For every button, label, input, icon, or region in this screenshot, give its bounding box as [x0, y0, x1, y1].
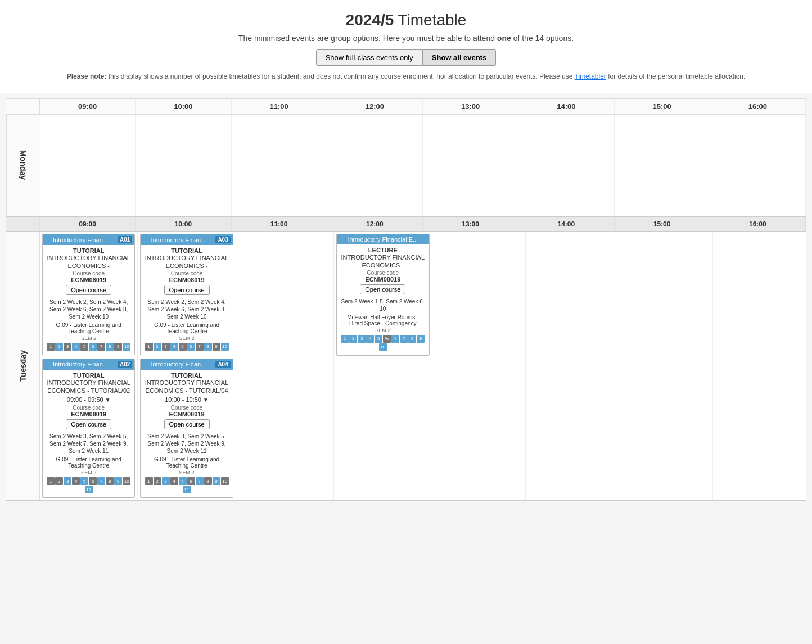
time-header-14: 14:00	[518, 99, 614, 114]
week-blocks-A03: 1 2 3 4 5 6 7 8 9 10	[144, 343, 229, 351]
tuesday-row: Tuesday Introductory Finan... A01 TUTORI…	[6, 232, 806, 501]
event-card-A03[interactable]: Introductory Finan... A03 TUTORIAL INTRO…	[140, 234, 233, 355]
week-blocks-A04: 1 2 3 4 5 6 7 8 9 10 11	[144, 477, 229, 493]
monday-slot-12	[327, 115, 423, 216]
event-code-A04: ECNM08019	[144, 411, 229, 418]
monday-label: Monday	[6, 115, 40, 216]
event-title-A04: Introductory Finan...	[143, 361, 214, 368]
open-course-btn-lecture[interactable]: Open course	[360, 284, 405, 294]
event-header-lecture: Introductory Financial E...	[337, 234, 428, 244]
note: Please note: this display shows a number…	[6, 71, 806, 87]
wb2-9: 9	[114, 477, 122, 485]
event-card-lecture[interactable]: Introductory Financial E... LECTURE INTR…	[336, 234, 429, 356]
wb2-1: 1	[47, 477, 55, 485]
monday-slot-16	[710, 115, 806, 216]
tuesday-slot-12: Introductory Financial E... LECTURE INTR…	[334, 232, 432, 500]
event-code-A02: ECNM08019	[46, 411, 131, 418]
code-label-lecture: Course code	[340, 270, 425, 276]
divider-15: 15:00	[615, 217, 710, 231]
event-header-A02: Introductory Finan... A02	[43, 359, 134, 370]
time-header-13: 13:00	[423, 99, 518, 114]
tuesday-text: Tuesday	[19, 350, 28, 382]
open-course-btn-A02[interactable]: Open course	[66, 419, 111, 429]
monday-slot-10	[136, 115, 231, 216]
event-location-A02: G.09 - Lister Learning and Teaching Cent…	[46, 456, 131, 469]
timetable-container: 09:00 10:00 11:00 12:00 13:00 14:00 15:0…	[0, 93, 812, 507]
wb4-8: 8	[204, 477, 212, 485]
event-type-A04: TUTORIAL	[144, 372, 229, 379]
event-weeks-A04: Sem 2 Week 3, Sem 2 Week 5, Sem 2 Week 7…	[144, 433, 229, 455]
timetabler-link[interactable]: Timetabler	[575, 72, 606, 80]
wb3-9: 9	[213, 343, 220, 351]
code-label-A01: Course code	[46, 270, 131, 276]
wb-5: 5	[80, 343, 88, 351]
event-card-A04[interactable]: Introductory Finan... A04 TUTORIAL INTRO…	[140, 359, 233, 498]
wb3-7: 7	[196, 343, 204, 351]
event-title-lecture: Introductory Financial E...	[339, 236, 426, 243]
timetable: 09:00 10:00 11:00 12:00 13:00 14:00 15:0…	[6, 98, 806, 501]
wbl-3: 3	[358, 335, 366, 343]
week-blocks-A02: 1 2 3 4 5 6 7 8 9 10 11	[46, 477, 131, 493]
wb4-6: 6	[187, 477, 195, 485]
event-course-A02: INTRODUCTORY FINANCIAL ECONOMICS - TUTOR…	[46, 379, 131, 395]
event-badge-A04: A04	[215, 361, 230, 368]
event-body-A02: TUTORIAL INTRODUCTORY FINANCIAL ECONOMIC…	[43, 370, 134, 498]
wbl-w: W	[383, 335, 391, 343]
divider-14: 14:00	[518, 217, 614, 231]
wb2-10: 10	[123, 477, 130, 485]
wb2-8: 8	[106, 477, 114, 485]
full-class-events-button[interactable]: Show full-class events only	[316, 49, 423, 66]
open-course-btn-A04[interactable]: Open course	[164, 419, 210, 429]
wb3-3: 3	[162, 343, 170, 351]
sem-label-A02: SEM 2	[46, 470, 131, 475]
event-badge-A03: A03	[215, 236, 230, 243]
monday-slot-09	[40, 115, 136, 216]
time-header-10: 10:00	[136, 99, 231, 114]
event-badge-A02: A02	[118, 361, 132, 368]
open-btn-wrapper-A02: Open course	[46, 418, 131, 431]
show-all-events-button[interactable]: Show all events	[423, 49, 497, 66]
event-title-A02: Introductory Finan...	[45, 361, 116, 368]
time-header-12: 12:00	[327, 99, 423, 114]
event-body-lecture: LECTURE INTRODUCTORY FINANCIAL ECONOMICS…	[337, 244, 428, 355]
wbl-7: 7	[400, 335, 408, 343]
time-header-16: 16:00	[710, 99, 806, 114]
subtitle: The minimised events are group options. …	[6, 34, 806, 43]
time-header-15: 15:00	[615, 99, 710, 114]
wb4-3: 3	[162, 477, 170, 485]
monday-slot-11	[232, 115, 327, 216]
event-card-A01[interactable]: Introductory Finan... A01 TUTORIAL INTRO…	[42, 234, 135, 355]
wb-2: 2	[55, 343, 63, 351]
sem-label-A03: SEM 2	[144, 335, 229, 341]
time-header-09: 09:00	[40, 99, 136, 114]
wb2-7: 7	[97, 477, 105, 485]
wb3-10: 10	[221, 343, 229, 351]
wb4-1: 1	[145, 477, 153, 485]
divider-12: 12:00	[327, 217, 423, 231]
sem-label-lecture: SEM 2	[340, 328, 425, 333]
wbl-9: 9	[417, 335, 425, 343]
open-btn-wrapper-A01: Open course	[46, 283, 131, 297]
open-course-btn-A01[interactable]: Open course	[66, 285, 111, 295]
wbl-6: 6	[391, 335, 399, 343]
wbl-8: 8	[408, 335, 416, 343]
tuesday-slot-10: Introductory Finan... A03 TUTORIAL INTRO…	[138, 232, 236, 500]
event-location-A03: G.09 - Lister Learning and Teaching Cent…	[144, 322, 229, 334]
event-header-A01: Introductory Finan... A01	[43, 234, 134, 245]
event-card-A02[interactable]: Introductory Finan... A02 TUTORIAL INTRO…	[42, 359, 135, 498]
code-label-A03: Course code	[144, 270, 229, 276]
time-header-11: 11:00	[232, 99, 327, 114]
time-header-row: 09:00 10:00 11:00 12:00 13:00 14:00 15:0…	[6, 99, 806, 115]
wb-8: 8	[106, 343, 114, 351]
dropdown-icon-A02: ▼	[105, 397, 111, 403]
tuesday-slot-14	[526, 232, 619, 500]
event-type-A01: TUTORIAL	[46, 247, 131, 254]
wb4-10: 10	[221, 477, 229, 485]
wb3-1: 1	[145, 343, 153, 351]
divider-11: 11:00	[232, 217, 327, 231]
note-bold: Please note:	[67, 72, 107, 80]
wb3-2: 2	[154, 343, 161, 351]
wb-4: 4	[72, 343, 80, 351]
code-label-A02: Course code	[46, 405, 131, 411]
open-course-btn-A03[interactable]: Open course	[164, 285, 210, 295]
